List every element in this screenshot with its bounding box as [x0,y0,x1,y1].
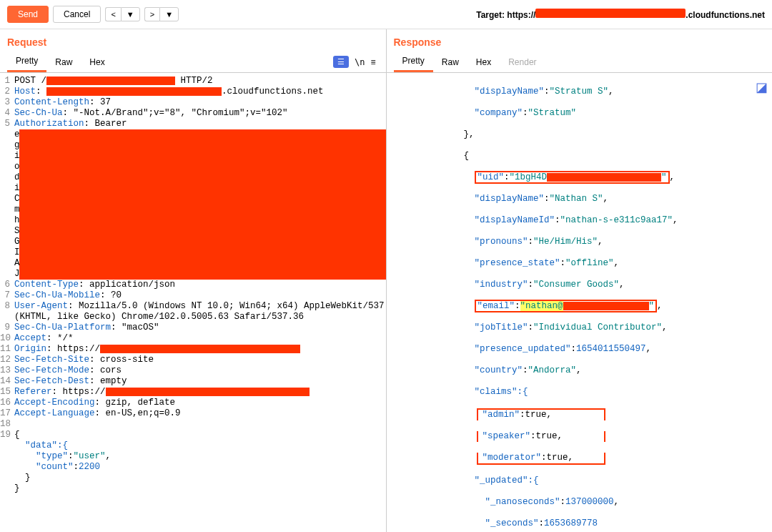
newline-toggle[interactable]: \n [355,57,365,67]
fwd-dd[interactable]: ▼ [159,7,179,21]
fwd-button[interactable]: > [144,7,159,21]
tab-raw[interactable]: Raw [46,53,81,72]
back-dd[interactable]: ▼ [121,7,140,21]
response-tabs: Pretty Raw Hex Render [387,51,773,73]
response-title: Response [387,29,773,51]
response-pane: Response ◪ Pretty Raw Hex Render "displa… [387,29,773,532]
back-group: < ▼ [105,7,139,21]
resp-tab-render[interactable]: Render [500,53,545,72]
request-body[interactable]: 1POST / HTTP/2 2Host: .cloudfunctions.ne… [0,73,386,501]
hamburger-icon[interactable]: ≡ [370,57,375,67]
request-tabs: Pretty Raw Hex ☰ \n ≡ [0,51,386,73]
beautify-icon[interactable]: ☰ [333,56,349,68]
target-label: Target: https://.cloudfunctions.net [476,9,765,20]
cancel-button[interactable]: Cancel [53,6,101,23]
response-body[interactable]: "displayName":"Stratum S", "company":"St… [387,73,773,532]
request-pane: Request Pretty Raw Hex ☰ \n ≡ 1POST / HT… [0,29,387,532]
resp-tab-pretty[interactable]: Pretty [394,51,433,72]
back-button[interactable]: < [105,7,120,21]
toolbar: Send Cancel < ▼ > ▼ Target: https://.clo… [0,0,772,29]
resp-tab-hex[interactable]: Hex [467,53,500,72]
inspector-icon[interactable]: ◪ [756,79,768,95]
send-button[interactable]: Send [7,6,49,23]
main-split: Request Pretty Raw Hex ☰ \n ≡ 1POST / HT… [0,29,772,532]
fwd-group: > ▼ [144,7,179,21]
tab-pretty[interactable]: Pretty [7,51,46,72]
request-title: Request [0,29,386,51]
resp-tab-raw[interactable]: Raw [433,53,467,72]
tab-hex[interactable]: Hex [81,53,113,72]
